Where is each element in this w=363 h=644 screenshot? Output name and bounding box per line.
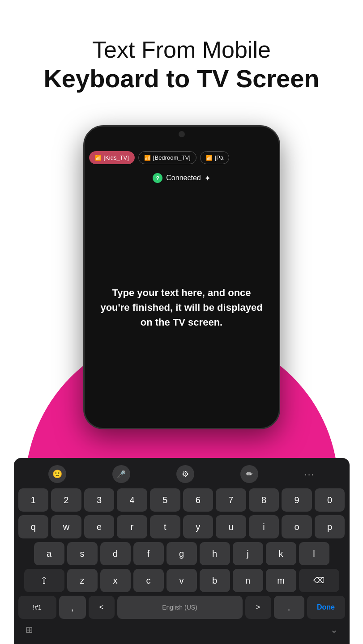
key-o[interactable]: o	[282, 515, 312, 538]
bottom-row: !#1 , < English (US) > . Done	[18, 596, 345, 619]
header-line1: Text From Mobile	[18, 36, 345, 64]
keyboard-toolbar: 🙂 🎤 ⚙ ✏ ···	[17, 462, 347, 488]
emoji-icon: 🙂	[52, 469, 62, 479]
more-button[interactable]: ···	[304, 469, 315, 479]
header-section: Text From Mobile Keyboard to TV Screen	[0, 0, 363, 107]
key-z[interactable]: z	[67, 569, 98, 592]
tab-kids-label: [Kids_TV]	[104, 154, 129, 161]
key-k[interactable]: k	[266, 542, 296, 565]
key-4[interactable]: 4	[117, 488, 147, 512]
key-r[interactable]: r	[117, 515, 147, 538]
key-8[interactable]: 8	[249, 488, 279, 512]
tab-partial-label: [Pa	[215, 154, 224, 161]
key-y[interactable]: y	[183, 515, 214, 538]
wifi-icon-partial: 📶	[206, 155, 213, 161]
key-2[interactable]: 2	[51, 488, 81, 512]
emoji-button[interactable]: 🙂	[48, 465, 66, 483]
gear-icon: ⚙	[182, 469, 189, 479]
zxcv-row: ⇧ z x c v b n m ⌫	[18, 569, 345, 592]
tab-bedroom-tv[interactable]: 📶 [Bedroom_TV]	[138, 151, 196, 164]
status-text: Connected	[166, 174, 201, 182]
wifi-icon-bedroom: 📶	[144, 155, 151, 161]
keyboard-hide-icon[interactable]: ⌄	[330, 624, 338, 635]
key-i[interactable]: i	[249, 515, 279, 538]
number-row: 1 2 3 4 5 6 7 8 9 0	[18, 488, 345, 512]
more-icon: ···	[304, 469, 315, 479]
key-6[interactable]: 6	[183, 488, 214, 512]
symbols-key[interactable]: !#1	[18, 596, 56, 619]
key-j[interactable]: j	[233, 542, 263, 565]
spacebar-key[interactable]: English (US)	[117, 596, 243, 619]
backspace-key[interactable]: ⌫	[299, 569, 339, 592]
mic-icon: 🎤	[117, 470, 126, 479]
key-9[interactable]: 9	[282, 488, 312, 512]
tab-bedroom-label: [Bedroom_TV]	[153, 154, 191, 161]
period-key[interactable]: .	[274, 596, 304, 619]
key-m[interactable]: m	[266, 569, 296, 592]
qwerty-row: q w e r t y u i o p	[18, 515, 345, 538]
font-button[interactable]: ✏	[240, 465, 258, 483]
keyboard-grid-icon[interactable]: ⊞	[26, 624, 33, 635]
key-q[interactable]: q	[18, 515, 49, 538]
asdf-row: a s d f g h j k l	[18, 542, 345, 565]
key-n[interactable]: n	[233, 569, 263, 592]
main-text-area: Type your text here, and once you're fin…	[85, 186, 279, 428]
key-5[interactable]: 5	[150, 488, 180, 512]
key-3[interactable]: 3	[84, 488, 115, 512]
phone-notch	[179, 131, 185, 137]
key-f[interactable]: f	[133, 542, 164, 565]
key-g[interactable]: g	[167, 542, 197, 565]
font-icon: ✏	[246, 469, 253, 479]
key-7[interactable]: 7	[216, 488, 246, 512]
lang-prev-button[interactable]: <	[89, 596, 115, 619]
key-p[interactable]: p	[315, 515, 345, 538]
key-x[interactable]: x	[100, 569, 131, 592]
keyboard-rows: 1 2 3 4 5 6 7 8 9 0 q w e r t y u i o p …	[17, 488, 347, 619]
key-l[interactable]: l	[299, 542, 329, 565]
key-u[interactable]: u	[216, 515, 246, 538]
status-dot-symbol: ?	[156, 175, 159, 182]
key-0[interactable]: 0	[315, 488, 345, 512]
key-s[interactable]: s	[67, 542, 98, 565]
phone-mockup: 📶 [Kids_TV] 📶 [Bedroom_TV] 📶 [Pa ? Conne…	[83, 125, 280, 429]
key-c[interactable]: c	[133, 569, 164, 592]
lang-next-button[interactable]: >	[245, 596, 271, 619]
comma-key[interactable]: ,	[59, 596, 86, 619]
done-key[interactable]: Done	[307, 596, 345, 619]
phone-body: 📶 [Kids_TV] 📶 [Bedroom_TV] 📶 [Pa ? Conne…	[83, 125, 280, 429]
shift-key[interactable]: ⇧	[24, 569, 64, 592]
typing-instruction: Type your text here, and once you're fin…	[98, 285, 265, 330]
key-t[interactable]: t	[150, 515, 180, 538]
key-w[interactable]: w	[51, 515, 81, 538]
key-e[interactable]: e	[84, 515, 115, 538]
keyboard-container: 🙂 🎤 ⚙ ✏ ··· 1 2 3 4 5 6 7 8 9 0	[14, 458, 350, 644]
tab-partial[interactable]: 📶 [Pa	[200, 151, 230, 164]
key-h[interactable]: h	[200, 542, 230, 565]
status-bar: ? Connected ✦	[85, 169, 279, 186]
key-1[interactable]: 1	[18, 488, 49, 512]
key-v[interactable]: v	[167, 569, 197, 592]
settings-button[interactable]: ⚙	[176, 465, 194, 483]
wifi-icon-kids: 📶	[95, 155, 102, 161]
key-a[interactable]: a	[34, 542, 64, 565]
key-b[interactable]: b	[200, 569, 230, 592]
status-dot: ?	[153, 173, 162, 183]
bluetooth-icon: ✦	[205, 174, 210, 182]
phone-screen: 📶 [Kids_TV] 📶 [Bedroom_TV] 📶 [Pa ? Conne…	[85, 127, 279, 428]
mic-button[interactable]: 🎤	[112, 465, 130, 483]
header-line2: Keyboard to TV Screen	[18, 64, 345, 93]
tab-kids-tv[interactable]: 📶 [Kids_TV]	[89, 151, 135, 164]
key-d[interactable]: d	[100, 542, 131, 565]
keyboard-bottom-bar: ⊞ ⌄	[17, 619, 347, 635]
